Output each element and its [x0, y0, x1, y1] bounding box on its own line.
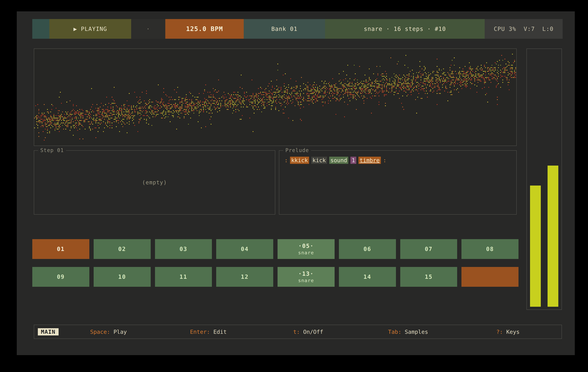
level-meter-bar-1 [530, 186, 541, 307]
step-detail-panel: Step 01 (empty) [34, 150, 275, 215]
step-button-01[interactable]: 01 [32, 239, 89, 259]
code-token: : [284, 157, 288, 164]
status-bar: MAIN Space: PlayEnter: Editt: On/OffTab:… [34, 325, 562, 339]
prelude-code-line[interactable]: :kkickkicksound1timbre: [279, 151, 516, 170]
step-button-04[interactable]: 04 [216, 239, 273, 259]
code-token: 1 [350, 157, 356, 164]
code-token: : [383, 157, 386, 164]
step-label: 08 [486, 246, 494, 252]
transport-lead-segment [32, 19, 49, 39]
hint-label: On/Off [300, 329, 323, 335]
pattern-scatter-canvas [34, 49, 516, 146]
step-button-05[interactable]: ·05·snare [278, 239, 335, 259]
step-label: 12 [241, 273, 249, 280]
key-hint: Tab: Samples [358, 329, 458, 335]
step-label: 11 [179, 273, 188, 280]
code-token: kkick [290, 157, 309, 164]
hint-key: Space: [90, 329, 110, 335]
transport-bar: ▶ PLAYING · 125.0 BPM Bank 01 snare · 16… [32, 19, 563, 39]
step-button-15[interactable]: 15 [400, 267, 457, 287]
hint-key: t: [293, 329, 300, 335]
bank-display[interactable]: Bank 01 [244, 19, 325, 39]
code-token: kick [311, 157, 327, 164]
step-empty-label: (empty) [142, 179, 167, 186]
key-hint: Space: Play [59, 329, 158, 335]
step-label: 07 [425, 246, 433, 252]
step-label: 09 [57, 273, 65, 280]
step-label: 10 [118, 273, 126, 280]
step-button-02[interactable]: 02 [94, 239, 151, 259]
level-meter-bar-2 [547, 166, 558, 307]
hint-key: Tab: [388, 329, 401, 335]
step-button-13[interactable]: ·13·snare [278, 267, 335, 287]
step-button-16[interactable] [462, 267, 518, 287]
step-button-07[interactable]: 07 [400, 239, 457, 259]
code-token: sound [329, 157, 348, 164]
app-window: ▶ PLAYING · 125.0 BPM Bank 01 snare · 16… [17, 11, 575, 355]
hint-label: Edit [210, 329, 227, 335]
key-hint: t: On/Off [258, 329, 358, 335]
step-label: 04 [241, 246, 249, 252]
step-label: 01 [57, 246, 65, 252]
step-button-09[interactable]: 09 [32, 267, 89, 287]
system-stats: CPU 3% V:7 L:0 [485, 19, 563, 39]
step-label: ·13· [298, 271, 314, 277]
step-label: ·05· [298, 243, 314, 249]
transport-status[interactable]: ▶ PLAYING [49, 19, 131, 39]
transport-separator: · [131, 19, 165, 39]
step-button-14[interactable]: 14 [339, 267, 396, 287]
step-panel-title: Step 01 [38, 147, 66, 153]
prelude-panel: Prelude :kkickkicksound1timbre: [279, 150, 517, 215]
hint-label: Play [110, 329, 127, 335]
key-hint: Enter: Edit [158, 329, 258, 335]
key-hint: ?: Keys [458, 329, 558, 335]
step-label: 06 [364, 246, 371, 252]
track-info[interactable]: snare · 16 steps · #10 [325, 19, 485, 39]
step-sample-name: snare [298, 250, 314, 255]
step-button-08[interactable]: 08 [462, 239, 518, 259]
bpm-display[interactable]: 125.0 BPM [165, 19, 244, 39]
hint-label: Keys [503, 329, 520, 335]
step-sample-name: snare [298, 278, 314, 283]
level-meter-panel [526, 49, 562, 310]
step-button-11[interactable]: 11 [155, 267, 212, 287]
step-grid: 01020304·05·snare06070809101112·13·snare… [32, 239, 518, 287]
mode-badge: MAIN [38, 328, 59, 335]
step-button-03[interactable]: 03 [155, 239, 212, 259]
step-label: 03 [179, 246, 188, 252]
prelude-panel-title: Prelude [283, 147, 311, 153]
pattern-scatter-panel [34, 49, 517, 146]
step-label: 15 [425, 273, 433, 280]
step-button-10[interactable]: 10 [94, 267, 151, 287]
hint-key: Enter: [190, 329, 210, 335]
step-button-12[interactable]: 12 [216, 267, 273, 287]
step-label: 14 [364, 273, 371, 280]
step-label: 02 [118, 246, 126, 252]
key-hints: Space: PlayEnter: Editt: On/OffTab: Samp… [59, 329, 558, 335]
step-button-06[interactable]: 06 [339, 239, 396, 259]
hint-key: ?: [496, 329, 503, 335]
hint-label: Samples [401, 329, 428, 335]
code-token: timbre [358, 157, 381, 164]
